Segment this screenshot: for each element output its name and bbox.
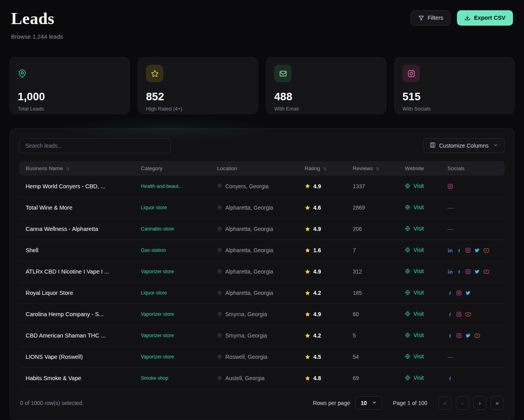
rating-cell: 4.9 (298, 218, 346, 240)
twitter-icon[interactable] (465, 290, 471, 296)
twitter-icon[interactable] (474, 248, 480, 253)
star-icon (146, 65, 163, 82)
category-cell: Vaporizer store (135, 325, 211, 346)
page-indicator: Page 1 of 100 (393, 400, 427, 406)
facebook-icon[interactable] (447, 333, 453, 338)
instagram-icon[interactable] (465, 248, 471, 253)
customize-columns-button[interactable]: Customize Columns (423, 138, 505, 153)
reviews-cell: 206 (346, 218, 399, 240)
visit-link[interactable]: Visit (405, 268, 424, 274)
website-cell: Visit (399, 197, 441, 218)
location-text: Alpharetta, Georgia (225, 268, 273, 275)
location-text: Smyrna, Georgia (225, 332, 267, 339)
linkedin-icon[interactable] (447, 269, 453, 274)
first-page-button[interactable]: « (438, 396, 452, 410)
column-label: Business Name (26, 165, 63, 171)
table-row[interactable]: CBD American Shaman THC ...Vaporizer sto… (19, 325, 505, 346)
visit-link[interactable]: Visit (405, 332, 424, 338)
visit-label: Visit (414, 247, 424, 253)
twitter-icon[interactable] (465, 333, 471, 338)
page-subtitle: Browse 1,244 leads (11, 33, 63, 40)
table-row[interactable]: ATLRx CBD I Nicotine I Vape I ...Vaporiz… (19, 261, 505, 282)
visit-link[interactable]: Visit (405, 204, 424, 210)
visit-label: Visit (414, 311, 424, 317)
visit-link[interactable]: Visit (405, 353, 424, 360)
facebook-icon[interactable] (447, 291, 453, 296)
globe-icon (405, 268, 410, 274)
filter-funnel-icon (418, 15, 424, 21)
category-cell: Gas station (135, 240, 211, 261)
export-csv-button[interactable]: Export CSV (457, 10, 513, 26)
filters-button[interactable]: Filters (411, 10, 451, 26)
table-row[interactable]: Royal Liquor StoreLiquor storeAlpharetta… (19, 282, 505, 304)
next-page-button[interactable]: › (473, 396, 487, 410)
socials-cell (441, 304, 505, 325)
column-header-rating[interactable]: Rating↑↓ (298, 161, 346, 176)
table-row[interactable]: Total Wine & MoreLiquor storeAlpharetta,… (19, 197, 505, 218)
stat-value: 1,000 (18, 91, 122, 103)
stat-value: 515 (402, 91, 506, 103)
instagram-icon[interactable] (456, 333, 462, 338)
visit-link[interactable]: Visit (405, 225, 424, 232)
table-row[interactable]: Habits Smoke & VapeSmoke shopAustell, Ge… (19, 368, 505, 389)
visit-label: Visit (414, 332, 424, 338)
column-label: Reviews (353, 165, 373, 171)
visit-link[interactable]: Visit (405, 183, 424, 189)
pagination-controls: Rows per page 10 Page 1 of 100 « ‹ › » (313, 396, 504, 410)
mail-icon (274, 65, 292, 82)
youtube-icon[interactable] (465, 311, 471, 317)
search-input[interactable] (19, 138, 171, 153)
business-name-cell: CBD American Shaman THC ... (19, 325, 135, 346)
rating-value: 4.9 (313, 268, 321, 275)
visit-link[interactable]: Visit (405, 311, 424, 317)
stat-label: Total Leads (18, 106, 122, 112)
instagram-icon[interactable] (447, 184, 453, 189)
location-cell: Conyers, Georgia (211, 176, 298, 197)
instagram-icon[interactable] (456, 290, 462, 296)
visit-link[interactable]: Visit (405, 289, 424, 296)
category-cell: Vaporizer store (135, 304, 211, 325)
star-icon (305, 375, 311, 381)
rating-cell: 4.9 (298, 304, 346, 325)
table-row[interactable]: Canna Wellness - AlpharettaCannabis stor… (19, 218, 505, 240)
facebook-icon[interactable] (447, 312, 453, 317)
rows-per-page-select[interactable]: 10 (356, 396, 382, 410)
rating-cell: 4.2 (298, 282, 346, 304)
youtube-icon[interactable] (483, 248, 489, 253)
reviews-cell: 7 (346, 240, 399, 261)
globe-icon (405, 332, 410, 338)
facebook-icon[interactable] (457, 269, 462, 274)
visit-link[interactable]: Visit (405, 247, 424, 253)
column-header-business-name[interactable]: Business Name↑↓ (19, 161, 135, 176)
column-header-category: Category (135, 161, 211, 176)
location-cell: Alpharetta, Georgia (211, 218, 298, 240)
column-header-reviews[interactable]: Reviews↑↓ (346, 161, 399, 176)
location-text: Alpharetta, Georgia (225, 204, 273, 211)
instagram-icon[interactable] (465, 269, 471, 274)
star-icon (305, 226, 311, 232)
table-toolbar: Customize Columns (19, 138, 505, 153)
table-header-row: Business Name↑↓CategoryLocationRating↑↓R… (19, 161, 505, 176)
column-header-website: Website (399, 161, 441, 176)
facebook-icon[interactable] (447, 376, 453, 381)
youtube-icon[interactable] (474, 333, 480, 339)
location-cell: Alpharetta, Georgia (211, 197, 298, 218)
column-label: Socials (447, 165, 465, 171)
table-row[interactable]: LIONS Vape (Roswell)Vaporizer storeRoswe… (19, 346, 505, 368)
visit-link[interactable]: Visit (405, 375, 424, 381)
download-icon (464, 15, 470, 21)
last-page-button[interactable]: » (490, 396, 504, 410)
location-text: Conyers, Georgia (225, 183, 269, 189)
facebook-icon[interactable] (457, 248, 462, 253)
instagram-icon[interactable] (456, 311, 462, 317)
reviews-cell: 60 (346, 304, 399, 325)
table-row[interactable]: ShellGas stationAlpharetta, Georgia1.67V… (19, 240, 505, 261)
star-icon (305, 248, 311, 253)
prev-page-button[interactable]: ‹ (456, 396, 469, 410)
stat-value: 488 (274, 91, 378, 103)
table-row[interactable]: Carolina Hemp Company - S...Vaporizer st… (19, 304, 505, 325)
twitter-icon[interactable] (474, 269, 480, 274)
table-row[interactable]: Hemp World Conyers - CBD, ...Health and … (19, 176, 505, 197)
linkedin-icon[interactable] (447, 248, 453, 253)
youtube-icon[interactable] (483, 269, 489, 275)
